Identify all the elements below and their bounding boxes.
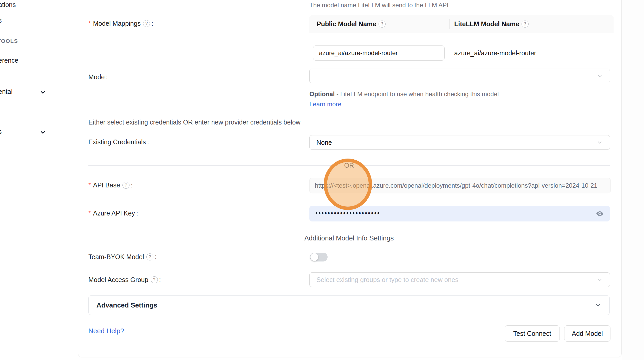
public-model-name-input[interactable]: azure_ai/azure-model-router bbox=[313, 45, 445, 61]
additional-model-info-divider: Additional Model Info Settings bbox=[88, 233, 610, 243]
sidebar-item-settings[interactable]: s bbox=[0, 128, 2, 135]
help-icon[interactable]: ? bbox=[143, 20, 150, 27]
toggle-knob bbox=[310, 253, 318, 261]
required-asterisk: * bbox=[88, 181, 91, 189]
team-byok-label: Team-BYOK Model ? : bbox=[88, 253, 157, 261]
model-mappings-row: azure_ai/azure-model-router azure_ai/azu… bbox=[309, 33, 614, 73]
mode-label: Mode : bbox=[88, 73, 108, 81]
learn-more-link[interactable]: Learn more bbox=[309, 101, 341, 108]
test-connect-button[interactable]: Test Connect bbox=[505, 325, 560, 342]
existing-credentials-label: Existing Credentials : bbox=[88, 138, 149, 146]
sidebar: ations s TOOLS erence ental s bbox=[0, 0, 78, 360]
api-base-label: * API Base ? : bbox=[88, 181, 133, 189]
model-mappings-label: * Model Mappings ? : bbox=[88, 20, 153, 27]
col-public-model-name: Public Model Name ? bbox=[309, 20, 449, 28]
sidebar-item-models[interactable]: s bbox=[0, 17, 2, 24]
required-asterisk: * bbox=[88, 210, 91, 217]
model-access-group-label: Model Access Group ? : bbox=[88, 276, 161, 284]
help-icon[interactable]: ? bbox=[122, 182, 129, 189]
help-icon[interactable]: ? bbox=[146, 253, 153, 260]
required-asterisk: * bbox=[88, 20, 91, 27]
azure-api-key-input[interactable]: ••••••••••••••••••••• bbox=[309, 206, 610, 221]
col-litellm-model-name: LiteLLM Model Name ? bbox=[449, 19, 529, 29]
model-access-group-select[interactable]: Select existing groups or type to create… bbox=[309, 272, 610, 287]
advanced-settings-title: Advanced Settings bbox=[96, 301, 157, 309]
sidebar-item-reference[interactable]: erence bbox=[0, 57, 18, 64]
model-mappings-table: Public Model Name ? LiteLLM Model Name ?… bbox=[309, 15, 614, 73]
credentials-instruction-text: Either select existing credentials OR en… bbox=[88, 119, 301, 126]
existing-credentials-select[interactable]: None bbox=[309, 135, 610, 150]
right-gutter bbox=[622, 0, 644, 360]
chevron-down-icon bbox=[597, 139, 603, 146]
sidebar-item-integrations[interactable]: ations bbox=[0, 1, 16, 9]
litellm-model-name-value: azure_ai/azure-model-router bbox=[445, 49, 536, 57]
azure-api-key-label: * Azure API Key : bbox=[88, 210, 138, 217]
sidebar-item-experimental[interactable]: ental bbox=[0, 88, 12, 95]
add-model-page: ations s TOOLS erence ental s The model … bbox=[0, 0, 644, 360]
mode-helper-text: Optional - LiteLLM endpoint to use when … bbox=[309, 89, 515, 109]
help-icon[interactable]: ? bbox=[379, 21, 386, 28]
chevron-down-icon bbox=[597, 73, 603, 79]
help-icon[interactable]: ? bbox=[522, 21, 529, 28]
chevron-down-icon[interactable] bbox=[40, 129, 46, 136]
or-divider: OR bbox=[88, 161, 610, 170]
litellm-model-helper-text: The model name LiteLLM will send to the … bbox=[309, 2, 448, 9]
team-byok-toggle[interactable] bbox=[310, 253, 328, 261]
add-model-button[interactable]: Add Model bbox=[564, 325, 610, 342]
advanced-settings-panel[interactable]: Advanced Settings bbox=[88, 295, 610, 315]
sidebar-section-tools: TOOLS bbox=[0, 38, 18, 44]
api-base-input[interactable]: https://<test>.openai.azure.com/openai/d… bbox=[309, 178, 611, 193]
chevron-down-icon[interactable] bbox=[40, 89, 46, 96]
need-help-link[interactable]: Need Help? bbox=[88, 327, 124, 335]
masked-api-key: ••••••••••••••••••••• bbox=[315, 210, 380, 217]
model-mappings-header: Public Model Name ? LiteLLM Model Name ? bbox=[309, 15, 614, 33]
mode-select[interactable] bbox=[309, 69, 610, 83]
chevron-down-icon bbox=[594, 302, 602, 309]
chevron-down-icon bbox=[597, 277, 603, 283]
eye-icon[interactable] bbox=[596, 210, 604, 218]
help-icon[interactable]: ? bbox=[151, 276, 158, 283]
